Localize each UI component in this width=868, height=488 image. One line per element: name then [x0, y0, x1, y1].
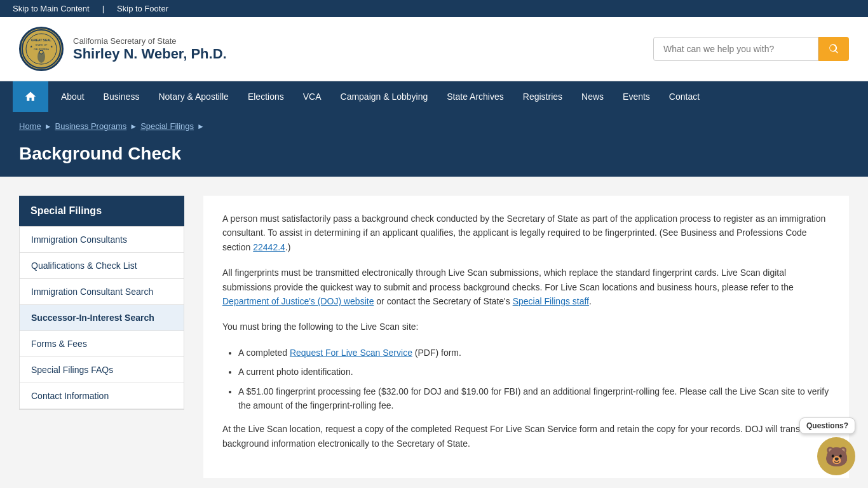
main-nav: About Business Notary & Apostille Electi… — [0, 81, 868, 112]
nav-item-business[interactable]: Business — [94, 83, 149, 111]
nav-item-registries[interactable]: Registries — [513, 83, 572, 111]
secretary-name: Shirley N. Weber, Ph.D. — [73, 46, 227, 62]
nav-item-about[interactable]: About — [51, 83, 94, 111]
nav-item-notary[interactable]: Notary & Apostille — [149, 83, 238, 111]
nav-home-button[interactable] — [13, 81, 48, 112]
live-scan-list: A completed Request For Live Scan Servic… — [238, 346, 830, 413]
nav-item-elections[interactable]: Elections — [238, 83, 294, 111]
sidebar-item-contact[interactable]: Contact Information — [20, 383, 184, 409]
sidebar: Special Filings Immigration Consultants … — [19, 196, 184, 478]
breadcrumb-arrow-2: ► — [130, 122, 137, 131]
header-title-block: California Secretary of State Shirley N.… — [73, 36, 227, 62]
home-icon — [24, 90, 37, 103]
sidebar-menu: Immigration Consultants Qualifications &… — [19, 226, 184, 410]
search-icon — [828, 43, 839, 55]
header-branding: GREAT SEAL STATE OF CALIFORNIA ★ ★ Calif… — [19, 27, 227, 71]
breadcrumb-section: Home ► Business Programs ► Special Filin… — [0, 112, 868, 177]
list-item-1: A completed Request For Live Scan Servic… — [238, 346, 830, 360]
breadcrumb-business-programs[interactable]: Business Programs — [55, 121, 127, 131]
link-doj-website[interactable]: Department of Justice's (DOJ) website — [222, 296, 374, 306]
nav-item-campaign[interactable]: Campaign & Lobbying — [331, 83, 438, 111]
svg-text:STATE OF: STATE OF — [36, 43, 48, 46]
content-wrapper: Special Filings Immigration Consultants … — [0, 177, 868, 488]
paragraph-2: All fingerprints must be transmitted ele… — [222, 266, 830, 308]
nav-item-archives[interactable]: State Archives — [437, 83, 513, 111]
nav-item-vca[interactable]: VCA — [294, 83, 331, 111]
site-header: GREAT SEAL STATE OF CALIFORNIA ★ ★ Calif… — [0, 17, 868, 81]
secretary-of-state-label: California Secretary of State — [73, 36, 227, 46]
sidebar-header: Special Filings — [19, 196, 184, 226]
skip-main-link[interactable]: Skip to Main Content — [13, 4, 90, 13]
breadcrumb-arrow-3: ► — [197, 122, 205, 131]
search-input[interactable] — [653, 37, 818, 61]
breadcrumb-special-filings[interactable]: Special Filings — [140, 121, 194, 131]
breadcrumb-home[interactable]: Home — [19, 121, 41, 131]
svg-text:GREAT SEAL: GREAT SEAL — [31, 38, 51, 42]
link-special-filings-staff[interactable]: Special Filings staff — [513, 296, 589, 306]
svg-point-6 — [39, 50, 43, 54]
skip-nav-separator: | — [102, 4, 104, 13]
paragraph-3: You must bring the following to the Live… — [222, 320, 830, 334]
sidebar-item-faqs[interactable]: Special Filings FAQs — [20, 357, 184, 383]
sidebar-item-immigration-consultants[interactable]: Immigration Consultants — [20, 227, 184, 253]
link-22442[interactable]: 22442.4 — [253, 242, 285, 252]
california-seal: GREAT SEAL STATE OF CALIFORNIA ★ ★ — [19, 27, 64, 71]
sidebar-item-forms-fees[interactable]: Forms & Fees — [20, 331, 184, 357]
bear-mascot[interactable]: 🐻 — [817, 437, 855, 475]
skip-footer-link[interactable]: Skip to Footer — [117, 4, 168, 13]
list-item-3: A $51.00 fingerprint processing fee ($32… — [238, 384, 830, 413]
main-content: A person must satisfactorily pass a back… — [203, 196, 849, 478]
skip-nav-bar: Skip to Main Content | Skip to Footer — [0, 0, 868, 17]
paragraph-1: A person must satisfactorily pass a back… — [222, 212, 830, 254]
list-item-2: A current photo identification. — [238, 365, 830, 379]
questions-widget: Questions? 🐻 — [799, 417, 855, 475]
breadcrumb-arrow-1: ► — [44, 122, 52, 131]
link-live-scan-form[interactable]: Request For Live Scan Service — [290, 348, 412, 358]
page-title: Background Check — [19, 137, 849, 177]
header-search — [653, 37, 849, 61]
sidebar-item-consultant-search[interactable]: Immigration Consultant Search — [20, 279, 184, 305]
paragraph-4: At the Live Scan location, request a cop… — [222, 422, 830, 451]
nav-item-contact[interactable]: Contact — [660, 83, 709, 111]
search-box — [653, 37, 849, 61]
breadcrumb: Home ► Business Programs ► Special Filin… — [19, 121, 849, 131]
questions-bubble: Questions? — [799, 417, 855, 434]
sidebar-item-successor[interactable]: Successor-In-Interest Search — [20, 305, 184, 331]
nav-item-events[interactable]: Events — [613, 83, 660, 111]
sidebar-item-qualifications[interactable]: Qualifications & Check List — [20, 253, 184, 279]
search-button[interactable] — [818, 37, 849, 61]
nav-item-news[interactable]: News — [572, 83, 613, 111]
